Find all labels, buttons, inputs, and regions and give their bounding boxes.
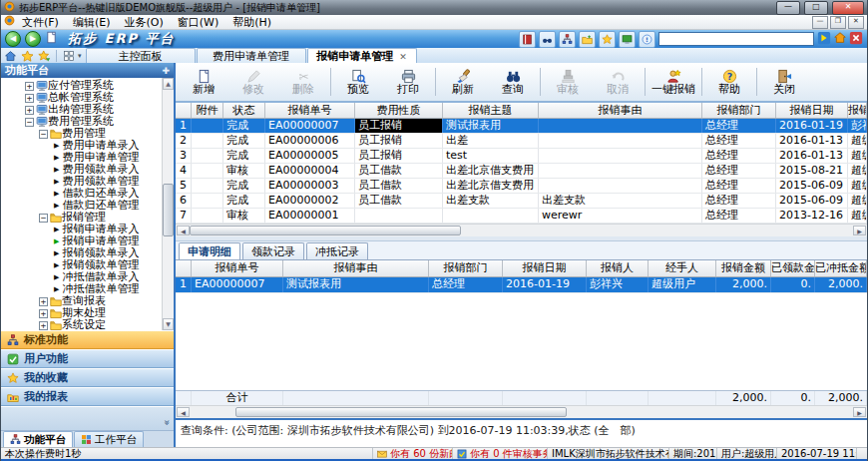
detail-grid-hscrollbar[interactable]: ◀ ▶ bbox=[176, 405, 867, 418]
collapse-icon[interactable]: − bbox=[39, 214, 48, 223]
layout-grid-icon[interactable] bbox=[61, 49, 76, 63]
menu-item[interactable]: 业务(O) bbox=[117, 16, 170, 29]
cell[interactable]: 2016-01-13 bbox=[776, 134, 848, 148]
banner-favorites-button[interactable] bbox=[599, 31, 616, 48]
cell[interactable]: werewr bbox=[539, 209, 702, 223]
mdi-close-button[interactable]: ✕ bbox=[848, 16, 864, 29]
cell[interactable]: EA00000003 bbox=[265, 179, 355, 193]
document-tab[interactable]: 费用申请单管理 bbox=[197, 48, 306, 64]
cell[interactable]: 总经理 bbox=[702, 179, 776, 193]
expand-icon[interactable]: + bbox=[39, 309, 48, 318]
cell[interactable] bbox=[539, 119, 702, 133]
banner-home-alt-button[interactable] bbox=[833, 31, 847, 48]
cell[interactable]: 2016-01-19 bbox=[776, 119, 848, 133]
column-header[interactable]: 费用性质 bbox=[355, 103, 443, 118]
cell[interactable] bbox=[443, 209, 539, 223]
favorite-star-icon[interactable] bbox=[20, 49, 35, 63]
column-header[interactable]: 报销日期 bbox=[776, 103, 848, 118]
help-button[interactable]: ?帮助 bbox=[704, 64, 754, 100]
cell[interactable]: 0. bbox=[771, 277, 815, 292]
cell[interactable]: EA00000007 bbox=[265, 119, 355, 133]
maximize-button[interactable]: □ bbox=[804, 1, 828, 15]
cell[interactable]: 总经理 bbox=[429, 277, 503, 292]
cell[interactable] bbox=[192, 134, 223, 148]
cell[interactable]: 出差北京借支费用 bbox=[443, 164, 539, 178]
table-row[interactable]: 3完成EA00000005员工报销test总经理2016-01-13超级用户 bbox=[176, 149, 867, 164]
cell[interactable]: EA00000004 bbox=[265, 164, 355, 178]
sidebar-panel-my-reports[interactable]: 我的报表 bbox=[1, 387, 174, 406]
cell[interactable]: 完成 bbox=[223, 119, 265, 133]
cell[interactable]: 超级用户 bbox=[848, 134, 867, 148]
cell[interactable]: 测试报表用 bbox=[443, 119, 539, 133]
document-tab[interactable]: 报销申请单管理✕ bbox=[307, 48, 417, 64]
table-row[interactable]: 6完成EA00000002员工借款出差支款出差支款总经理2015-06-09超级… bbox=[176, 194, 867, 209]
banner-screen-button[interactable] bbox=[619, 31, 636, 48]
cell[interactable]: 出差支款 bbox=[539, 194, 702, 208]
mdi-restore-button[interactable]: ❐ bbox=[830, 16, 846, 29]
mdi-minimize-button[interactable]: — bbox=[812, 16, 828, 29]
cell[interactable]: 员工报销 bbox=[355, 119, 443, 133]
cell[interactable] bbox=[192, 119, 223, 133]
cell[interactable]: 员工借款 bbox=[355, 179, 443, 193]
cell[interactable]: 超级用户 bbox=[848, 164, 867, 178]
cell[interactable]: 总经理 bbox=[702, 119, 776, 133]
document-tab[interactable]: 主控面板 bbox=[86, 48, 196, 64]
cell[interactable]: EA00000001 bbox=[265, 209, 355, 223]
table-row[interactable]: 1EA00000007测试报表用总经理2016-01-19彭祥兴超级用户2,00… bbox=[176, 277, 867, 293]
cell[interactable]: 2016-01-19 bbox=[503, 277, 587, 292]
home-icon[interactable] bbox=[3, 49, 18, 63]
cell[interactable]: 审核 bbox=[223, 209, 265, 223]
cell[interactable]: 总经理 bbox=[702, 149, 776, 163]
cell[interactable]: 2015-06-09 bbox=[776, 179, 848, 193]
table-row[interactable]: 7审核EA00000001werewr总经理2013-12-16超级用户 bbox=[176, 209, 867, 224]
cell[interactable]: 超级用户 bbox=[848, 194, 867, 208]
cell[interactable] bbox=[539, 134, 702, 148]
sidebar-panel-my-favorites[interactable]: 我的收藏 bbox=[1, 368, 174, 387]
cell[interactable]: 2,000. bbox=[815, 277, 867, 292]
detail-tab[interactable]: 申请明细 bbox=[179, 242, 240, 259]
expand-icon[interactable]: + bbox=[25, 106, 34, 115]
cell[interactable] bbox=[192, 164, 223, 178]
scroll-right-icon[interactable]: ▶ bbox=[853, 226, 866, 235]
cell[interactable]: 员工报销 bbox=[355, 149, 443, 163]
banner-notebook-button[interactable] bbox=[519, 31, 536, 48]
query-button[interactable]: 查询 bbox=[488, 64, 538, 100]
cell[interactable]: 测试报表用 bbox=[283, 277, 429, 292]
cell[interactable]: 彭祥兴 bbox=[848, 119, 867, 133]
cell[interactable]: 出差支款 bbox=[443, 194, 539, 208]
cell[interactable] bbox=[355, 209, 443, 223]
sidebar-panel-user-functions[interactable]: 用户功能 bbox=[1, 349, 174, 368]
cell[interactable]: EA00000006 bbox=[265, 134, 355, 148]
onekey-reimburse-button[interactable]: 一键报销 bbox=[648, 64, 699, 100]
expand-icon[interactable]: + bbox=[25, 94, 34, 103]
sidebar-tab-function-platform[interactable]: 功能平台 bbox=[3, 431, 73, 447]
cell[interactable]: 完成 bbox=[223, 194, 265, 208]
cell[interactable]: 2,000. bbox=[716, 277, 771, 292]
cell[interactable] bbox=[539, 164, 702, 178]
new-button[interactable]: 新增 bbox=[179, 64, 228, 100]
cell[interactable] bbox=[539, 179, 702, 193]
cell[interactable]: 总经理 bbox=[702, 194, 776, 208]
collapse-icon[interactable]: − bbox=[25, 118, 34, 127]
collapse-icon[interactable]: − bbox=[39, 130, 48, 139]
menu-item[interactable]: 帮助(H) bbox=[225, 16, 278, 29]
expand-icon[interactable]: + bbox=[39, 297, 48, 306]
cell[interactable]: 出差北京借支费用 bbox=[443, 179, 539, 193]
column-header[interactable]: 报销部门 bbox=[429, 260, 503, 276]
close-button[interactable]: 关闭 bbox=[759, 64, 809, 100]
cell[interactable]: 超级用户 bbox=[848, 149, 867, 163]
cell[interactable]: 审核 bbox=[223, 164, 265, 178]
column-header[interactable]: 报销事由 bbox=[539, 103, 702, 118]
cell[interactable]: 完成 bbox=[223, 134, 265, 148]
close-tab-icon[interactable]: ✕ bbox=[399, 52, 407, 62]
banner-exit-button[interactable] bbox=[849, 31, 863, 48]
column-header[interactable]: 报销部门 bbox=[702, 103, 776, 118]
cell[interactable] bbox=[192, 149, 223, 163]
tree-item[interactable]: +系统设定 bbox=[3, 319, 174, 330]
column-header[interactable]: 报销单号 bbox=[192, 260, 283, 276]
scroll-left-icon[interactable]: ◀ bbox=[177, 226, 190, 235]
cell[interactable]: 员工借款 bbox=[355, 164, 443, 178]
preview-button[interactable]: 预览 bbox=[333, 64, 383, 100]
column-header[interactable]: 报销事由 bbox=[283, 260, 429, 276]
column-header[interactable]: 报销主题 bbox=[443, 103, 539, 118]
